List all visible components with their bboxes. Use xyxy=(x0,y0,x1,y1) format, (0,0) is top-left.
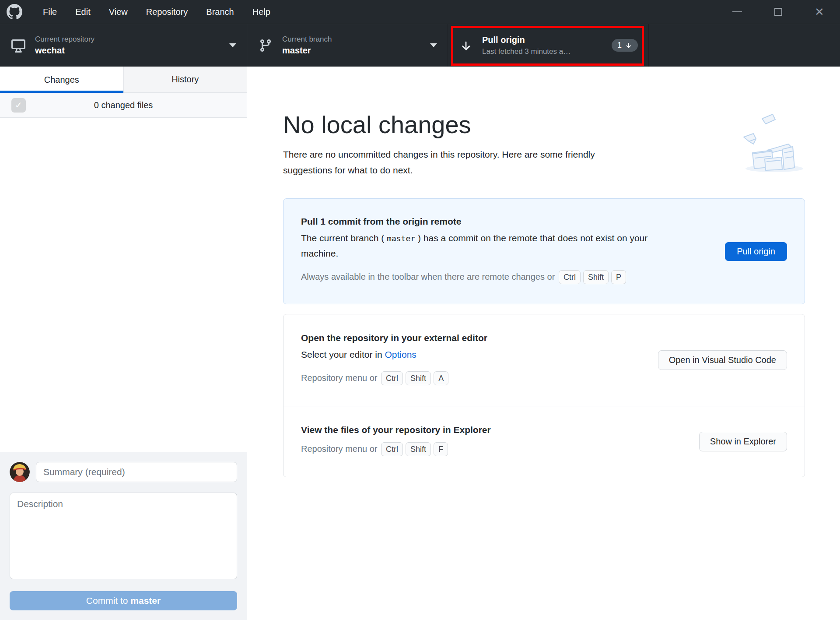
sidebar-tabs: Changes History xyxy=(0,67,247,93)
avatar-image xyxy=(10,462,30,482)
explorer-section-title: View the files of your repository in Exp… xyxy=(301,425,651,435)
menu-edit[interactable]: Edit xyxy=(66,0,99,24)
editor-hint-text: Repository menu or xyxy=(301,373,378,383)
key-p: P xyxy=(611,270,626,284)
device-desktop-icon xyxy=(11,39,25,53)
page-subtitle: There are no uncommitted changes in this… xyxy=(283,147,633,178)
explorer-hint-text: Repository menu or xyxy=(301,444,378,454)
current-branch-selector[interactable]: Current branch master xyxy=(247,24,448,67)
user-avatar xyxy=(10,462,30,482)
tab-changes[interactable]: Changes xyxy=(0,67,123,93)
key-ctrl: Ctrl xyxy=(559,270,581,284)
key-shift: Shift xyxy=(583,270,609,284)
titlebar: File Edit View Repository Branch Help ✕ xyxy=(0,0,840,24)
pull-card-hint: Always available in the toolbar when the… xyxy=(301,267,651,286)
commit-description-input[interactable] xyxy=(10,493,237,579)
pull-card-branch-code: master xyxy=(387,234,415,243)
menu-help[interactable]: Help xyxy=(243,0,280,24)
select-all-checkbox[interactable]: ✓ xyxy=(11,98,26,113)
close-button[interactable]: ✕ xyxy=(799,0,840,24)
last-fetched-text: Last fetched 3 minutes a… xyxy=(482,47,570,56)
show-explorer-section: View the files of your repository in Exp… xyxy=(284,406,805,477)
pull-count-badge: 1 xyxy=(612,39,638,52)
main-content: No local changes There are no uncommitte… xyxy=(247,67,840,620)
menu-repository[interactable]: Repository xyxy=(137,0,197,24)
maximize-button[interactable] xyxy=(758,0,799,24)
commit-to-master-button[interactable]: Commit to master xyxy=(10,591,237,610)
git-branch-icon xyxy=(259,39,273,53)
chevron-down-icon xyxy=(229,43,236,47)
menu-branch[interactable]: Branch xyxy=(197,0,243,24)
pull-origin-button[interactable]: Pull origin xyxy=(725,242,787,261)
arrow-down-icon xyxy=(625,42,632,49)
toolbar: Current repository wechat Current branch… xyxy=(0,24,840,67)
open-in-vscode-button[interactable]: Open in Visual Studio Code xyxy=(658,350,787,370)
sidebar: Changes History ✓ 0 changed files xyxy=(0,67,247,620)
commit-summary-input[interactable] xyxy=(36,462,237,482)
close-icon: ✕ xyxy=(815,6,824,18)
editor-section-hint: Repository menu or CtrlShiftA xyxy=(301,368,651,388)
changed-files-count: 0 changed files xyxy=(26,100,235,110)
pull-card-body: The current branch ( master ) has a comm… xyxy=(301,231,651,261)
pull-count-value: 1 xyxy=(617,41,622,50)
current-branch-label: Current branch xyxy=(282,35,332,44)
pull-card-title: Pull 1 commit from the origin remote xyxy=(301,216,651,227)
pull-suggestion-card: Pull 1 commit from the origin remote The… xyxy=(283,198,805,304)
arrow-down-icon xyxy=(459,39,472,52)
editor-body-pre: Select your editor in xyxy=(301,349,385,359)
pull-card-hint-text: Always available in the toolbar when the… xyxy=(301,272,555,282)
options-link[interactable]: Options xyxy=(385,349,416,359)
editor-section-body: Select your editor in Options xyxy=(301,347,651,362)
changed-files-header: ✓ 0 changed files xyxy=(0,93,247,118)
window-controls: ✕ xyxy=(717,0,840,24)
commit-button-branch: master xyxy=(130,595,161,606)
current-repository-selector[interactable]: Current repository wechat xyxy=(0,24,247,67)
editor-section-title: Open the repository in your external edi… xyxy=(301,333,651,343)
key-a: A xyxy=(434,371,448,385)
menu-file[interactable]: File xyxy=(34,0,66,24)
app-body: Changes History ✓ 0 changed files xyxy=(0,67,840,620)
open-editor-section: Open the repository in your external edi… xyxy=(284,314,805,406)
current-branch-value: master xyxy=(282,45,332,56)
menu-view[interactable]: View xyxy=(100,0,137,24)
pull-card-body-pre: The current branch ( xyxy=(301,233,384,243)
minimize-button[interactable] xyxy=(717,0,758,24)
paper-stack-illustration xyxy=(740,108,810,174)
tab-history[interactable]: History xyxy=(123,67,247,93)
changed-files-list xyxy=(0,118,247,452)
github-logo-icon xyxy=(7,4,22,20)
pull-origin-label: Pull origin xyxy=(482,35,570,46)
key-ctrl: Ctrl xyxy=(381,371,403,385)
chevron-down-icon xyxy=(430,43,437,47)
minimize-icon xyxy=(732,11,742,12)
pull-origin-toolbar-button[interactable]: Pull origin Last fetched 3 minutes a… 1 xyxy=(448,24,649,67)
key-shift: Shift xyxy=(406,371,431,385)
commit-form: Commit to master xyxy=(0,452,247,620)
key-f: F xyxy=(434,442,448,456)
key-ctrl: Ctrl xyxy=(381,442,403,456)
commit-button-prefix: Commit to xyxy=(86,595,131,606)
show-in-explorer-button[interactable]: Show in Explorer xyxy=(699,432,787,451)
current-repository-value: wechat xyxy=(35,45,94,56)
suggestions-card: Open the repository in your external edi… xyxy=(283,314,805,477)
current-repository-label: Current repository xyxy=(35,35,94,44)
maximize-icon xyxy=(774,8,782,16)
explorer-section-hint: Repository menu or CtrlShiftF xyxy=(301,439,651,458)
key-shift: Shift xyxy=(406,442,431,456)
